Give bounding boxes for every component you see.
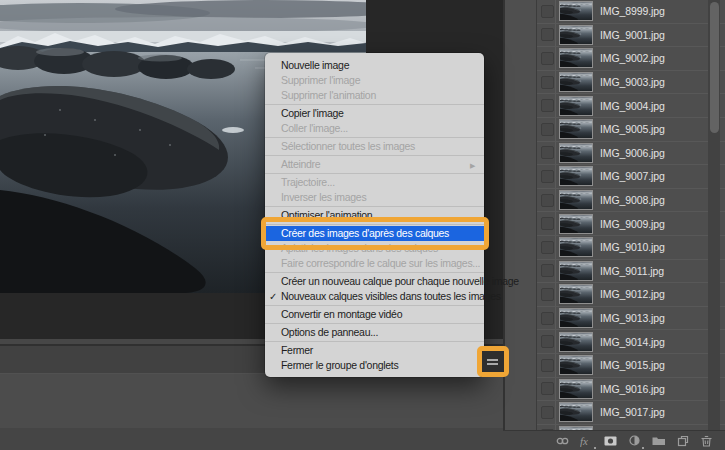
- menu-item[interactable]: Nouvelle image: [265, 58, 484, 73]
- list-item[interactable]: IMG_9003.jpg: [537, 71, 725, 95]
- checkbox-cell: [537, 354, 556, 377]
- checkmark-icon: ✓: [269, 289, 280, 304]
- folder-icon[interactable]: [651, 434, 666, 448]
- delete-icon[interactable]: [699, 434, 714, 448]
- link-icon[interactable]: [555, 434, 570, 448]
- frame-checkbox[interactable]: [541, 28, 554, 41]
- list-item[interactable]: IMG_9012.jpg: [537, 283, 725, 307]
- frame-thumbnail: [559, 402, 593, 422]
- frame-checkbox[interactable]: [541, 123, 554, 136]
- frame-thumbnail: [559, 261, 593, 281]
- frame-checkbox[interactable]: [541, 170, 554, 183]
- frame-thumbnail: [559, 379, 593, 399]
- list-item[interactable]: IMG_9001.jpg: [537, 24, 725, 48]
- list-item[interactable]: IMG_9006.jpg: [537, 142, 725, 166]
- checkbox-cell: [537, 307, 556, 330]
- frame-checkbox[interactable]: [541, 264, 554, 277]
- checkbox-cell: [537, 236, 556, 259]
- file-name: IMG_9007.jpg: [600, 170, 665, 182]
- file-name: IMG_8999.jpg: [600, 5, 665, 17]
- menu-item-label: Optimiser l'animation...: [281, 209, 380, 221]
- timeline-footer: [0, 428, 503, 450]
- frame-checkbox[interactable]: [541, 5, 554, 18]
- checkbox-cell: [537, 165, 556, 188]
- checkbox-cell: [537, 212, 556, 235]
- menu-item[interactable]: Optimiser l'animation...: [265, 208, 484, 223]
- menu-separator: [265, 173, 484, 174]
- frame-checkbox[interactable]: [541, 241, 554, 254]
- frame-thumbnail: [559, 237, 593, 257]
- frame-checkbox[interactable]: [541, 76, 554, 89]
- list-item[interactable]: IMG_9017.jpg: [537, 401, 725, 425]
- frame-thumbnail: [559, 25, 593, 45]
- frame-checkbox[interactable]: [541, 382, 554, 395]
- scrollbar-thumb[interactable]: [710, 2, 719, 133]
- menu-lines-icon: [487, 359, 498, 361]
- menu-separator: [265, 137, 484, 138]
- list-item[interactable]: IMG_9004.jpg: [537, 94, 725, 118]
- frame-checkbox[interactable]: [541, 406, 554, 419]
- menu-item[interactable]: Créer un nouveau calque pour chaque nouv…: [265, 274, 484, 289]
- frame-thumbnail: [559, 332, 593, 352]
- menu-item-label: Fermer: [281, 344, 313, 356]
- checkbox-cell: [537, 94, 556, 117]
- menu-item-label: Créer un nouveau calque pour chaque nouv…: [281, 275, 519, 287]
- menu-item[interactable]: Fermer le groupe d'onglets: [265, 358, 484, 373]
- layer-mask-icon[interactable]: [603, 434, 618, 448]
- menu-item[interactable]: Options de panneau...: [265, 325, 484, 340]
- file-name: IMG_9003.jpg: [600, 76, 665, 88]
- frame-checkbox[interactable]: [541, 99, 554, 112]
- menu-item[interactable]: Copier l'image: [265, 106, 484, 121]
- checkbox-cell: [537, 330, 556, 353]
- menu-separator: [265, 272, 484, 273]
- menu-separator: [265, 323, 484, 324]
- frame-checkbox[interactable]: [541, 288, 554, 301]
- file-name: IMG_9016.jpg: [600, 383, 665, 395]
- list-item[interactable]: IMG_9007.jpg: [537, 165, 725, 189]
- list-item[interactable]: IMG_9015.jpg: [537, 354, 725, 378]
- frame-checkbox[interactable]: [541, 335, 554, 348]
- frame-thumbnail: [559, 1, 593, 21]
- scrollbar-track[interactable]: [708, 0, 720, 430]
- frame-checkbox[interactable]: [541, 312, 554, 325]
- list-item[interactable]: IMG_8999.jpg: [537, 0, 725, 24]
- menu-item[interactable]: Fermer: [265, 343, 484, 358]
- submenu-arrow-icon: ▶: [470, 158, 475, 173]
- frame-checkbox[interactable]: [541, 359, 554, 372]
- menu-item[interactable]: Convertir en montage vidéo: [265, 307, 484, 322]
- file-name: IMG_9012.jpg: [600, 288, 665, 300]
- menu-item-label: Supprimer l'animation: [281, 89, 376, 101]
- file-name: IMG_9008.jpg: [600, 194, 665, 206]
- frame-checkbox[interactable]: [541, 217, 554, 230]
- menu-item-label: Atteindre: [281, 158, 320, 170]
- list-item[interactable]: IMG_9002.jpg: [537, 47, 725, 71]
- frame-checkbox[interactable]: [541, 194, 554, 207]
- menu-item[interactable]: Créer des images d'après des calques: [265, 226, 484, 241]
- checkbox-cell: [537, 47, 556, 70]
- menu-separator: [265, 224, 484, 225]
- menu-item[interactable]: ✓Nouveaux calques visibles dans toutes l…: [265, 289, 484, 304]
- adjustment-icon[interactable]: [627, 434, 642, 448]
- menu-separator: [265, 155, 484, 156]
- effects-icon[interactable]: fx: [579, 434, 594, 448]
- frame-thumbnail: [559, 143, 593, 163]
- list-item[interactable]: IMG_9013.jpg: [537, 307, 725, 331]
- list-item[interactable]: IMG_9011.jpg: [537, 260, 725, 284]
- frame-checkbox[interactable]: [541, 146, 554, 159]
- list-item[interactable]: IMG_9016.jpg: [537, 378, 725, 402]
- list-item[interactable]: IMG_9005.jpg: [537, 118, 725, 142]
- new-layer-icon[interactable]: [675, 434, 690, 448]
- frame-thumbnail: [559, 190, 593, 210]
- frame-thumbnail: [559, 72, 593, 92]
- list-item[interactable]: IMG_9008.jpg: [537, 189, 725, 213]
- menu-item-label: Nouveaux calques visibles dans toutes le…: [281, 290, 501, 302]
- panel-menu-button[interactable]: [481, 351, 504, 373]
- frames-panel: IMG_8999.jpgIMG_9001.jpgIMG_9002.jpgIMG_…: [537, 0, 725, 450]
- file-name: IMG_9017.jpg: [600, 406, 665, 418]
- frame-checkbox[interactable]: [541, 52, 554, 65]
- list-item[interactable]: IMG_9010.jpg: [537, 236, 725, 260]
- frame-thumbnail: [559, 308, 593, 328]
- list-item[interactable]: IMG_9014.jpg: [537, 330, 725, 354]
- menu-item: Aplatir les images dans des calques: [265, 241, 484, 256]
- list-item[interactable]: IMG_9009.jpg: [537, 212, 725, 236]
